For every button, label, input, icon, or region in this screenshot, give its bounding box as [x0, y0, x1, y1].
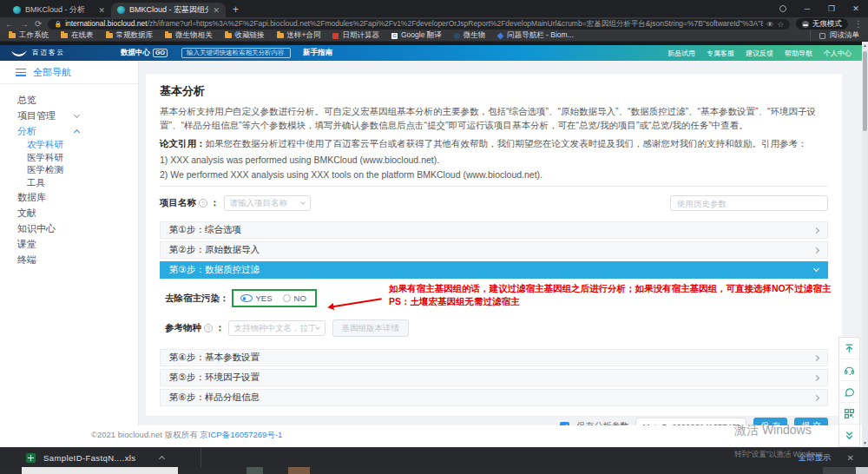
scrollbar-thumb[interactable]	[863, 51, 867, 131]
menu-help[interactable]: 帮助导航	[785, 49, 812, 58]
bookmark-item[interactable]: 送样+合同	[277, 30, 321, 41]
tab-close-icon[interactable]: ✕	[98, 6, 105, 15]
customer-service-button[interactable]	[839, 359, 859, 381]
bookmark-item[interactable]: 工作系统	[9, 30, 49, 41]
chat-button[interactable]	[839, 381, 859, 403]
step-1-header[interactable]: 第①步：综合选项	[160, 221, 828, 239]
bookmark-star-icon[interactable]: ☆	[777, 20, 784, 29]
taskbar-sliver	[0, 467, 868, 474]
menu-profile[interactable]: 个人中心	[824, 49, 852, 58]
radio-selected-icon	[240, 294, 253, 302]
sidebar-item-tools[interactable]: 工具	[0, 177, 138, 190]
scroll-down-arrow[interactable]: ▼	[862, 439, 868, 447]
url-domain: international.biocloud.net	[65, 19, 148, 28]
step-4-header[interactable]: 第④步：基本参数设置	[160, 349, 828, 366]
address-bar[interactable]: 🔒 international.biocloud.net/zh/iframe?u…	[48, 19, 790, 30]
bookmark-item[interactable]: 日期计算器	[332, 30, 379, 41]
window-minimize-button[interactable]: ─	[795, 0, 819, 17]
tab-close-icon[interactable]: ✕	[213, 6, 220, 15]
new-tab-button[interactable]: +	[233, 3, 239, 16]
radio-unselected-icon	[283, 294, 291, 302]
sidebar-item-overview[interactable]: 总览	[0, 92, 138, 108]
qr-code-icon	[844, 408, 855, 419]
step-3-header-active[interactable]: 第③步：数据质控过滤	[160, 261, 828, 279]
folder-icon	[106, 33, 113, 38]
nav-data-center-label: 数据中心	[121, 48, 150, 58]
radio-yes[interactable]: YES	[240, 293, 273, 303]
copyright-text: ©2021 biocloud.net 版权所有 京ICP备16057269号-1	[91, 430, 282, 441]
scrollbar[interactable]: ▲ ▼	[862, 42, 868, 447]
annotation-text: 如果有宿主基因组的话，建议过滤宿主基因组之后进行分析；如果没有宿主基因组，可直接…	[389, 282, 845, 308]
genome-version-button[interactable]: 基因组版本详情	[332, 319, 410, 337]
reading-list-button[interactable]: 阅读清单	[810, 30, 859, 41]
close-download-bar-icon[interactable]: ✕	[847, 453, 854, 463]
project-name-placeholder: 请输入项目名称	[230, 198, 288, 209]
sidebar-item-agriculture[interactable]: 农学科研	[0, 139, 138, 152]
radio-no[interactable]: NO	[283, 293, 306, 303]
nav-data-center[interactable]: 数据中心 GO	[121, 48, 168, 58]
history-params-input[interactable]	[670, 195, 828, 211]
reference-species-row: 参考物种 ? ： 支持物种中文名，拉丁名搜索 基因组版本详情	[165, 319, 828, 337]
browser-menu-icon[interactable]: ⋮	[854, 19, 863, 29]
sidebar-item-medical-research[interactable]: 医学科研	[0, 152, 138, 165]
step-6-header[interactable]: 第⑥步：样品分组信息	[160, 389, 828, 406]
species-select[interactable]: 支持物种中文名，拉丁名搜索	[228, 320, 326, 336]
step-5-header[interactable]: 第⑤步：环境因子设置	[160, 369, 828, 386]
all-nav-header[interactable]: 全部导航	[0, 61, 138, 84]
scroll-up-arrow[interactable]: ▲	[862, 42, 868, 49]
step-2-header[interactable]: 第②步：原始数据导入	[160, 241, 828, 259]
header-search-input[interactable]: 输入关键词快速检索相关分析内容	[181, 48, 291, 58]
bookmark-item[interactable]: 在线表	[61, 30, 94, 41]
sidebar-item-database[interactable]: 数据库	[0, 189, 138, 205]
reload-icon[interactable]: ⟳	[35, 20, 42, 29]
windows-activation-hint: 转到“设置”以激活 Windows。	[734, 450, 831, 460]
help-icon[interactable]: ?	[204, 324, 213, 332]
sidebar-item-literature[interactable]: 文献	[0, 205, 138, 221]
download-file-name[interactable]: SampleID-FastqN....xls	[43, 453, 135, 463]
back-icon[interactable]: ←	[5, 20, 14, 29]
bookmark-item[interactable]: 微生物相关	[165, 30, 213, 41]
arrow-up-to-line-icon	[844, 343, 855, 354]
menu-service[interactable]: 专属客服	[707, 49, 734, 58]
taskbar-show-desktop[interactable]	[856, 467, 868, 474]
chevron-up-icon[interactable]	[159, 455, 165, 461]
help-icon[interactable]: ?	[199, 199, 207, 207]
taskbar-tray[interactable]	[823, 467, 856, 474]
sidebar-item-classroom[interactable]: 课堂	[0, 236, 138, 252]
analysis-card: 基本分析 基本分析支持用户自定义参数进行分析。可自定义宏基因组基本分析的主要参数…	[146, 74, 842, 416]
project-name-select[interactable]: 请输入项目名称	[224, 195, 311, 211]
bookmark-item[interactable]: 常规数据库	[106, 30, 154, 41]
sidebar-item-medical-test[interactable]: 医学检测	[0, 164, 138, 177]
sidebar-item-terminal[interactable]: 终端	[0, 252, 138, 267]
host-filter-radio-group: YES NO	[232, 289, 317, 307]
browser-update-icon[interactable]	[779, 5, 786, 12]
taskbar-app-icon[interactable]	[288, 467, 310, 474]
sidebar-item-knowledge[interactable]: 知识中心	[0, 221, 138, 236]
browser-tab-2-active[interactable]: BMKCloud - 宏基因组分析平台 ✕	[111, 3, 226, 17]
menu-trial[interactable]: 新品试用	[667, 49, 695, 58]
sidebar-item-analysis[interactable]: 分析	[0, 123, 138, 139]
forward-icon[interactable]: →	[20, 20, 29, 29]
bookmark-item[interactable]: 问题导航栏 - Biom...	[497, 30, 574, 41]
nav-badge: GO	[153, 49, 168, 57]
bookmark-item[interactable]: 微生物	[454, 30, 486, 41]
browser-tab-1[interactable]: BMKCloud - 分析 ✕	[7, 3, 111, 17]
bookmark-item[interactable]: GGoogle 翻译	[391, 30, 442, 41]
qr-code-button[interactable]	[839, 403, 859, 425]
collapse-button[interactable]	[839, 425, 859, 446]
icp-link[interactable]: 京ICP备16057269号-1	[200, 430, 282, 439]
back-to-top-button[interactable]	[839, 338, 859, 359]
window-close-button[interactable]: ✕	[844, 0, 868, 17]
newbie-guide-link[interactable]: 新手指南	[303, 48, 332, 58]
taskbar-app-icon[interactable]	[247, 467, 263, 474]
sidebar-item-projects[interactable]: 项目管理	[0, 108, 138, 123]
tab-title: BMKCloud - 分析	[25, 4, 94, 16]
bookmark-item[interactable]: 收藏链接	[225, 30, 265, 41]
menu-feedback[interactable]: 建议反馈	[746, 49, 773, 58]
taskbar-active-window[interactable]	[22, 467, 178, 474]
incognito-badge: 无痕模式	[796, 18, 848, 30]
eye-off-icon[interactable]: 👁	[766, 20, 774, 29]
chevron-up-icon	[74, 129, 80, 135]
window-maximize-button[interactable]: ❐	[819, 0, 844, 17]
bmk-logo[interactable]: 百迈客云	[10, 48, 65, 58]
